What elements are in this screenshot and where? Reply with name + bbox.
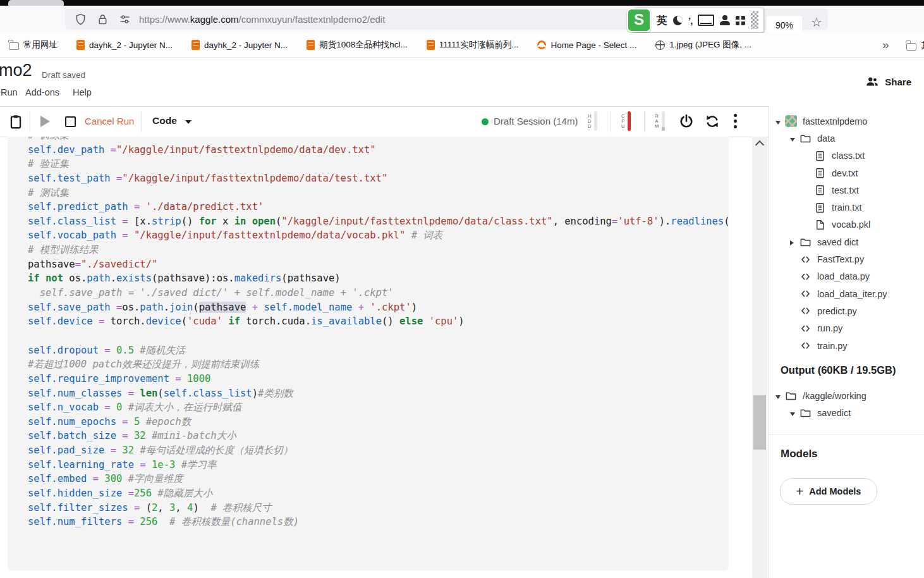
scroll-up-arrow-icon[interactable] bbox=[755, 140, 764, 149]
code-line[interactable]: self.save_path = './saved dict/' + self.… bbox=[28, 286, 729, 300]
bookmark-item[interactable]: 常用网址 bbox=[9, 39, 58, 51]
code-line[interactable]: self.batch_size = 32 #mini-batch大小 bbox=[28, 429, 729, 443]
code-line[interactable]: self.num_classes = len(self.class_list)#… bbox=[28, 386, 729, 401]
code-line[interactable]: self.embed = 300 #字向量维度 bbox=[28, 472, 729, 486]
permissions-icon[interactable] bbox=[118, 13, 131, 26]
lock-icon[interactable] bbox=[96, 13, 109, 26]
scrollbar-thumb[interactable] bbox=[753, 395, 766, 450]
tree-item-fasttext.py[interactable]: FastText.py bbox=[769, 250, 924, 267]
restart-session-icon[interactable] bbox=[704, 113, 720, 130]
bookmark-item[interactable]: 1.jpeg (JPEG 图像, ... bbox=[655, 39, 751, 51]
code-line[interactable]: self.num_epochs = 5 #epoch数 bbox=[28, 415, 729, 429]
code-cell[interactable]: # 训练集self.dev_path ="/kaggle/input/fastt… bbox=[8, 137, 729, 570]
tree-item-savedict[interactable]: savedict bbox=[769, 404, 924, 421]
moon-icon[interactable] bbox=[673, 16, 683, 25]
code-line[interactable]: # 验证集 bbox=[28, 157, 729, 171]
code-line[interactable]: # 训练集 bbox=[28, 137, 729, 143]
ime-punctuation-toggle[interactable]: ’, bbox=[688, 15, 692, 26]
caret-down-icon[interactable] bbox=[790, 408, 799, 418]
session-label[interactable]: Draft Session (14m) bbox=[494, 116, 578, 126]
page-zoom-indicator[interactable]: 90% bbox=[767, 16, 802, 34]
code-line[interactable]: #若超过1000 patch效果还没提升，则提前结束训练 bbox=[28, 357, 729, 372]
code-line[interactable]: self.device = torch.device('cuda' if tor… bbox=[28, 314, 729, 329]
tree-item-saved-dict[interactable]: saved dict bbox=[769, 233, 924, 250]
tree-item-train.py[interactable]: train.py bbox=[769, 337, 924, 354]
code-line[interactable]: self.require_improvement = 1000 bbox=[28, 372, 729, 386]
share-button[interactable]: Share bbox=[865, 75, 911, 89]
tree-item-predict.py[interactable]: predict.py bbox=[769, 302, 924, 319]
keyboard-icon[interactable] bbox=[698, 15, 714, 26]
notebook-title[interactable]: mo2 bbox=[0, 61, 32, 80]
bookmark-item[interactable]: Home Page - Select ... bbox=[537, 40, 636, 50]
code-line[interactable]: self.dev_path ="/kaggle/input/fasttextnl… bbox=[28, 143, 729, 157]
caret-down-icon[interactable] bbox=[775, 391, 785, 401]
ime-language-toggle[interactable]: 英 bbox=[657, 13, 667, 28]
tree-item-train.txt[interactable]: train.txt bbox=[769, 199, 924, 216]
clipboard-icon[interactable] bbox=[8, 113, 24, 130]
code-line[interactable]: self.n_vocab = 0 #词表大小，在运行时赋值 bbox=[28, 400, 729, 415]
bookmark-label: 1.jpeg (JPEG 图像, ... bbox=[669, 39, 751, 51]
cell-type-dropdown[interactable]: Code bbox=[152, 115, 177, 126]
folder-icon bbox=[799, 407, 812, 419]
code-line[interactable]: self.save_path =os.path.join(pathsave + … bbox=[28, 300, 729, 315]
more-options-icon[interactable] bbox=[734, 114, 737, 130]
tree-item-dev.txt[interactable]: dev.txt bbox=[769, 164, 924, 181]
stop-icon[interactable] bbox=[65, 116, 76, 127]
bookmark-item[interactable]: dayhk_2 - Jupyter N... bbox=[76, 40, 173, 50]
bookmark-item[interactable]: 其 bbox=[906, 40, 924, 51]
code-line[interactable]: self.num_filters = 256 # 卷积核数量(channels数… bbox=[28, 515, 729, 529]
bookmark-item[interactable]: 期货1008全品种找hcl... bbox=[307, 39, 408, 51]
bookmark-star-icon[interactable]: ☆ bbox=[811, 15, 822, 30]
cancel-run-button[interactable]: Cancel Run bbox=[85, 116, 134, 126]
tree-item-fasttextnlpdemo[interactable]: fasttextnlpdemo bbox=[769, 113, 924, 130]
code-line[interactable]: if not os.path.exists(pathsave):os.maked… bbox=[28, 271, 729, 286]
ime-toolbar[interactable]: S 英 ’, bbox=[634, 8, 764, 33]
code-line[interactable]: self.hidden_size =256 #隐藏层大小 bbox=[28, 486, 729, 501]
add-models-button[interactable]: + Add Models bbox=[780, 478, 877, 505]
menu-help[interactable]: Help bbox=[73, 87, 92, 97]
browser-tab-sliver[interactable] bbox=[8, 0, 64, 6]
person-icon[interactable] bbox=[720, 15, 730, 25]
run-button[interactable] bbox=[40, 116, 50, 127]
code-line[interactable]: # 模型训练结果 bbox=[28, 243, 729, 257]
tree-item-test.txt[interactable]: test.txt bbox=[769, 181, 924, 199]
code-line[interactable]: ​ bbox=[28, 329, 729, 343]
caret-right-icon[interactable] bbox=[790, 237, 799, 247]
code-line[interactable]: self.dropout = 0.5 #随机失活 bbox=[28, 343, 729, 358]
ime-logo-icon[interactable]: S bbox=[627, 8, 651, 32]
code-line[interactable]: pathsave="./savedict/" bbox=[28, 257, 729, 272]
ime-toolbox-icon[interactable] bbox=[736, 16, 745, 25]
tree-item-data[interactable]: data bbox=[769, 130, 924, 147]
code-line[interactable]: self.filter_sizes = (2, 3, 4) # 卷积核尺寸 bbox=[28, 501, 729, 515]
cpu-indicator[interactable]: C P U bbox=[621, 111, 631, 131]
code-line[interactable]: # 测试集 bbox=[28, 186, 729, 200]
tree-item-run.py[interactable]: run.py bbox=[769, 320, 924, 337]
tree-item--kaggle-working[interactable]: /kaggle/working bbox=[769, 387, 924, 404]
code-line[interactable]: self.predict_path = './data/predict.txt' bbox=[28, 200, 729, 214]
bookmark-label: Home Page - Select ... bbox=[550, 40, 636, 50]
bookmark-item[interactable]: 11111实时涨幅前列... bbox=[427, 39, 519, 51]
bookmark-item[interactable]: dayhk_2 - Jupyter N... bbox=[191, 40, 288, 50]
caret-down-icon[interactable] bbox=[775, 116, 785, 126]
tree-item-class.txt[interactable]: class.txt bbox=[769, 147, 924, 164]
power-icon[interactable] bbox=[678, 113, 695, 130]
code-line[interactable]: self.test_path ="/kaggle/input/fasttextn… bbox=[28, 171, 729, 186]
caret-down-icon[interactable] bbox=[790, 133, 799, 144]
menu-run[interactable]: Run bbox=[1, 87, 18, 97]
vertical-scrollbar[interactable] bbox=[752, 137, 767, 578]
tree-item-load_data_iter.py[interactable]: load_data_iter.py bbox=[769, 285, 924, 302]
code-line[interactable]: self.pad_size = 32 #每句话处理成的长度（短填长切） bbox=[28, 443, 729, 458]
menu-add-ons[interactable]: Add-ons bbox=[25, 87, 59, 97]
bookmarks-overflow-button[interactable]: » bbox=[882, 38, 888, 52]
tree-item-vocab.pkl[interactable]: vocab.pkl bbox=[769, 216, 924, 233]
code-editor[interactable]: # 训练集self.dev_path ="/kaggle/input/fastt… bbox=[8, 137, 729, 529]
tree-item-load_data.py[interactable]: load_data.py bbox=[769, 268, 924, 285]
code-line[interactable]: self.class_list = [x.strip() for x in op… bbox=[28, 214, 729, 229]
url-text[interactable]: https://www.kaggle.com/commxuyun/fasttex… bbox=[139, 14, 385, 25]
shield-icon[interactable] bbox=[74, 13, 87, 26]
code-line[interactable]: self.learning_rate = 1e-3 #学习率 bbox=[28, 458, 729, 472]
ram-indicator[interactable]: R A M bbox=[655, 111, 665, 131]
chevron-down-icon[interactable] bbox=[185, 120, 191, 124]
hdd-indicator[interactable]: H D D bbox=[588, 111, 597, 131]
code-line[interactable]: self.vocab_path = "/kaggle/input/fasttex… bbox=[28, 228, 729, 243]
